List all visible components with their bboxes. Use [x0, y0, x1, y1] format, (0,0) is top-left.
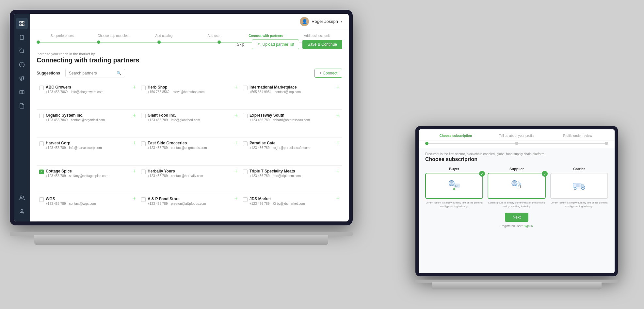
subscription-card-carrier[interactable]: Carrier Lorem Ipsum is simply dummy text…	[550, 167, 608, 208]
sign-in-link[interactable]: Sign in	[524, 224, 533, 228]
partner-checkbox[interactable]: ✓	[39, 170, 44, 174]
partner-add-button[interactable]: +	[234, 140, 238, 146]
partner-email: contact@organicsi.com	[71, 118, 105, 122]
search-box[interactable]: 🔍	[65, 69, 125, 77]
connect-button[interactable]: + Connect	[314, 69, 342, 78]
partner-info: East Side Grocceries +123 456 789 contac…	[148, 141, 232, 150]
chevron-down-icon: ▾	[341, 20, 342, 23]
partner-checkbox[interactable]	[243, 141, 248, 146]
partner-checkbox[interactable]	[39, 141, 44, 146]
user-menu[interactable]: 👤 Roger Joseph ▾	[300, 17, 342, 26]
sidebar-item-users[interactable]	[16, 206, 28, 218]
partner-email: steve@herbshop.com	[173, 90, 204, 94]
partner-add-button[interactable]: +	[132, 84, 136, 90]
tablet-title: Choose subscriprion	[425, 156, 608, 162]
partner-checkbox[interactable]	[141, 114, 146, 118]
partner-name: Herbally Yours	[148, 169, 232, 173]
partner-details: +123 456 789 roger@paradisecafe.com	[250, 146, 334, 150]
partner-item: Harvest Corp. +123 456 789 info@harvestc…	[37, 138, 138, 166]
partner-checkbox[interactable]	[141, 141, 146, 146]
partner-checkbox[interactable]	[243, 197, 248, 202]
subscription-card-buyer[interactable]: Buyer $ ✓ Lorem Ipsum is simply dummy te…	[425, 167, 483, 208]
step-line-0	[40, 42, 97, 42]
sidebar-item-documents[interactable]	[16, 100, 28, 112]
tab-line-1	[518, 143, 605, 144]
partner-checkbox[interactable]	[243, 86, 248, 90]
svg-point-4	[20, 49, 24, 53]
next-button[interactable]: Next	[505, 213, 529, 222]
partner-checkbox[interactable]	[243, 170, 248, 174]
search-input[interactable]	[69, 71, 115, 75]
partner-add-button[interactable]: +	[234, 84, 238, 90]
partner-email: stefany@cottagespice.com	[69, 174, 108, 178]
partner-item: Herbally Yours +123 456 789 contact@herb…	[138, 166, 240, 194]
partner-details: +123 456 789 info@tripletsm.com	[250, 174, 334, 178]
sidebar-item-partners[interactable]	[16, 192, 28, 204]
subscription-card-supplier[interactable]: Supplier ✓ Lorem Ipsum is simply dummy t…	[488, 167, 545, 208]
partner-checkbox[interactable]	[39, 114, 44, 118]
partner-email: info@giantfood.com	[171, 118, 200, 122]
partner-item: Triple T Speciality Meats +123 456 789 i…	[240, 166, 342, 194]
partner-email: info@abcgrowers.com	[71, 90, 104, 94]
upload-button[interactable]: Upload partner list	[252, 40, 299, 49]
partner-email: info@harvestcorp.com	[69, 146, 102, 150]
partner-info: Giant Food Inc. +123 456 789 info@giantf…	[148, 113, 232, 122]
sidebar-item-catalog[interactable]	[16, 45, 28, 57]
sidebar-item-marketing[interactable]	[16, 73, 28, 84]
partner-add-button[interactable]: +	[336, 84, 340, 90]
partner-add-button[interactable]: +	[132, 196, 136, 202]
partner-checkbox[interactable]	[141, 197, 146, 202]
partner-email: contact@imp.com	[275, 90, 301, 94]
partner-add-button[interactable]: +	[234, 168, 238, 174]
partner-phone: +123 456 7849	[46, 118, 68, 122]
svg-rect-19	[576, 184, 580, 187]
partner-info: Triple T Speciality Meats +123 456 789 i…	[250, 169, 334, 178]
partner-add-button[interactable]: +	[132, 168, 136, 174]
partner-add-button[interactable]: +	[132, 112, 136, 118]
partner-checkbox[interactable]	[243, 114, 248, 118]
partner-checkbox[interactable]	[141, 86, 146, 90]
partner-name: Harvest Corp.	[46, 141, 130, 145]
partner-add-button[interactable]: +	[132, 140, 136, 146]
steps-labels: Set preferences Choose app modules Add c…	[37, 34, 342, 38]
partner-info: Organic System Inc. +123 456 7849 contac…	[46, 113, 130, 122]
sidebar-item-reports[interactable]	[16, 86, 28, 98]
sidebar-item-orders[interactable]	[16, 31, 28, 43]
sub-card-desc: Lorem Ipsum is simply dummy text of the …	[550, 201, 608, 208]
partner-details: +123 456 789 info@harvestcorp.com	[46, 146, 130, 150]
tab-step-label-2: Profile under review	[547, 134, 608, 138]
partner-add-button[interactable]: +	[336, 112, 340, 118]
partner-checkbox[interactable]	[141, 170, 146, 174]
partner-add-button[interactable]: +	[234, 196, 238, 202]
partner-add-button[interactable]: +	[336, 140, 340, 146]
partner-phone: +123 456 789	[250, 174, 269, 178]
partner-checkbox[interactable]	[39, 86, 44, 90]
partner-item: Organic System Inc. +123 456 7849 contac…	[37, 110, 138, 138]
partner-add-button[interactable]: +	[336, 196, 340, 202]
partner-info: Cottage Spice +123 456 789 stefany@cotta…	[46, 169, 130, 178]
svg-rect-3	[23, 24, 24, 26]
partner-details: +156 756 8562 steve@herbshop.com	[148, 90, 232, 94]
sub-card-image[interactable]: $ ✓	[425, 173, 483, 199]
page-title: Connecting with trading partners	[37, 57, 342, 64]
partner-checkbox[interactable]	[39, 197, 44, 202]
partner-add-button[interactable]: +	[234, 112, 238, 118]
sidebar-item-dashboard[interactable]	[16, 18, 28, 29]
suggestions-label: Suggestions	[37, 71, 60, 75]
skip-button[interactable]: Skip	[233, 40, 248, 49]
tab-dot-2	[605, 142, 608, 145]
sidebar-item-finance[interactable]	[16, 59, 28, 71]
svg-text:$: $	[453, 188, 454, 190]
partner-name: Giant Food Inc.	[148, 113, 232, 118]
partner-add-button[interactable]: +	[336, 168, 340, 174]
save-continue-button[interactable]: Save & Continue	[302, 40, 342, 49]
partner-email: info@tripletsm.com	[273, 174, 301, 178]
partners-toolbar: Suggestions 🔍 + Connect	[37, 69, 342, 78]
user-name: Roger Joseph	[312, 19, 338, 24]
partner-phone: +123 456 789	[46, 202, 66, 205]
upload-icon	[257, 42, 261, 46]
sub-card-label: Carrier	[550, 167, 608, 171]
sub-card-image[interactable]	[550, 173, 608, 199]
sub-card-image[interactable]: ✓	[488, 173, 545, 199]
svg-rect-0	[20, 21, 21, 23]
